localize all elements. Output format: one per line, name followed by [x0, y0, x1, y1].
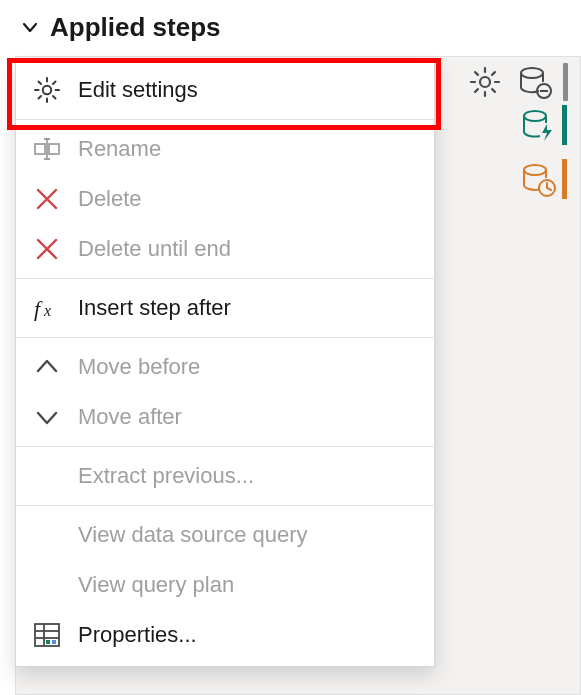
menu-move-before: Move before [16, 342, 434, 392]
gear-icon[interactable] [467, 64, 503, 100]
gear-icon [32, 75, 62, 105]
side-item-lightning[interactable] [520, 105, 567, 145]
svg-point-10 [524, 111, 546, 121]
side-icon-list [520, 105, 567, 199]
menu-view-query-plan: View query plan [16, 560, 434, 610]
context-menu: Edit settings Rename Delete Delete un [15, 60, 435, 667]
menu-divider [16, 446, 434, 447]
svg-text:f: f [34, 296, 43, 321]
menu-label: Properties... [78, 622, 197, 648]
menu-delete: Delete [16, 174, 434, 224]
table-properties-icon [32, 620, 62, 650]
svg-rect-14 [35, 144, 45, 154]
menu-label: View data source query [78, 522, 308, 548]
x-icon [32, 234, 62, 264]
side-bar [562, 105, 567, 145]
applied-steps-header[interactable]: Applied steps [0, 0, 581, 53]
rename-icon [32, 134, 62, 164]
side-bar [562, 159, 567, 199]
menu-properties[interactable]: Properties... [16, 610, 434, 660]
side-item-clock[interactable] [520, 159, 567, 199]
menu-extract-previous: Extract previous... [16, 451, 434, 501]
x-icon [32, 184, 62, 214]
svg-rect-23 [46, 640, 50, 644]
no-icon [32, 461, 62, 491]
menu-label: Insert step after [78, 295, 231, 321]
menu-view-data-source-query: View data source query [16, 510, 434, 560]
menu-rename: Rename [16, 124, 434, 174]
menu-label: View query plan [78, 572, 234, 598]
menu-divider [16, 278, 434, 279]
applied-steps-title: Applied steps [50, 12, 220, 43]
svg-point-6 [480, 77, 490, 87]
menu-move-after: Move after [16, 392, 434, 442]
svg-point-13 [43, 86, 51, 94]
svg-point-7 [521, 68, 543, 78]
menu-insert-step-after[interactable]: f x Insert step after [16, 283, 434, 333]
menu-delete-until-end: Delete until end [16, 224, 434, 274]
svg-rect-15 [49, 144, 59, 154]
svg-rect-24 [52, 640, 56, 644]
menu-label: Rename [78, 136, 161, 162]
menu-divider [16, 505, 434, 506]
no-icon [32, 520, 62, 550]
menu-label: Move after [78, 404, 182, 430]
svg-point-11 [524, 165, 546, 175]
no-icon [32, 570, 62, 600]
database-lightning-icon [520, 107, 556, 143]
database-remove-icon[interactable] [517, 64, 553, 100]
menu-label: Edit settings [78, 77, 198, 103]
chevron-down-icon [20, 18, 40, 38]
step-marker-bar [563, 63, 568, 101]
menu-edit-settings[interactable]: Edit settings [16, 65, 434, 115]
step-toolbar [467, 63, 568, 101]
menu-divider [16, 337, 434, 338]
menu-label: Extract previous... [78, 463, 254, 489]
database-clock-icon [520, 161, 556, 197]
chevron-up-icon [32, 352, 62, 382]
menu-label: Delete [78, 186, 142, 212]
fx-icon: f x [32, 293, 62, 323]
menu-label: Move before [78, 354, 200, 380]
chevron-down-icon [32, 402, 62, 432]
menu-divider [16, 119, 434, 120]
svg-text:x: x [43, 302, 51, 319]
menu-label: Delete until end [78, 236, 231, 262]
